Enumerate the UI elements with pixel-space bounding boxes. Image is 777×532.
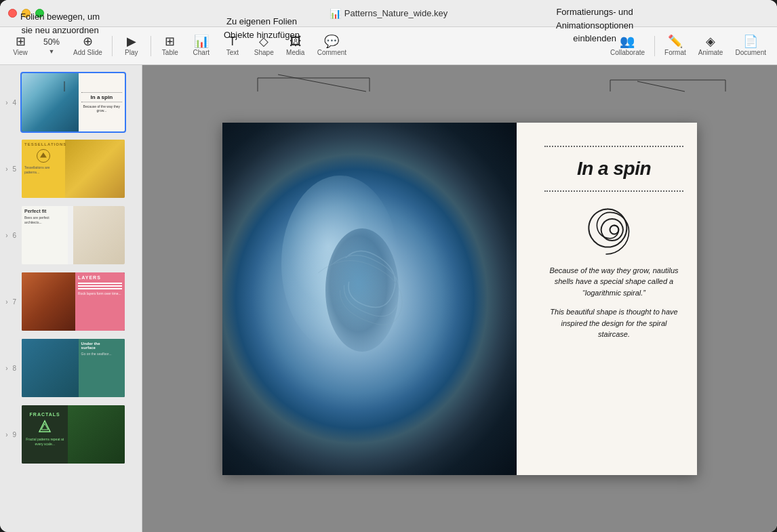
toolbar-separator-1 [112,36,113,56]
slide-item-9[interactable]: › 9 FRACTALS Fra [0,401,142,468]
media-icon: 🖼 [290,35,302,47]
comment-label: Comment [317,49,346,56]
minimize-button[interactable] [22,9,31,18]
shape-button[interactable]: ◇ Shape [249,33,279,59]
shape-label: Shape [254,49,274,56]
toolbar-separator-3 [654,36,655,56]
zoom-chevron-icon: ▼ [49,48,55,55]
collaborate-icon: 👥 [620,35,635,47]
chart-icon: 📊 [194,35,209,47]
format-label: Format [664,49,686,56]
comment-button[interactable]: 💬 Comment [312,33,352,59]
traffic-lights [8,9,44,18]
slide-item-5[interactable]: › 5 TESSELLATIONS Tessellations are patt… [0,136,142,202]
svg-marker-11 [39,421,50,432]
slide-thumb-4[interactable]: In a spin Because of the way they grow..… [20,72,126,133]
slide-body-text-2: This beautiful shape is thought to have … [544,306,683,340]
collapse-5[interactable]: › [1,163,12,174]
view-icon: ⊞ [16,35,26,47]
text-icon: T [228,35,236,47]
zoom-value: 50% [43,37,60,47]
slide-body-text-1: Because of the way they grow, nautilus s… [544,265,683,299]
play-button[interactable]: ▶ Play [117,33,146,59]
top-dotted-line [544,146,683,147]
slide-thumb-9[interactable]: FRACTALS Fractal patterns repeat at ever… [20,404,126,465]
toolbar: ⊞ View 50% ▼ ⊕ Add Slide ▶ Play ⊞ Table … [0,27,777,65]
add-slide-button[interactable]: ⊕ Add Slide [68,33,108,59]
media-button[interactable]: 🖼 Media [281,33,311,59]
comment-icon: 💬 [324,35,339,47]
slide-thumb-7[interactable]: LAYERS Rock layers form over time... [20,271,126,332]
collapse-8[interactable]: › [1,363,12,373]
slide-item-7[interactable]: › 7 LAYERS Rock layers form over time [0,268,142,335]
media-label: Media [286,49,304,56]
slide-thumb-6[interactable]: Perfect fit Bees are perfect architects.… [20,205,126,266]
play-label: Play [125,49,138,56]
slide-item-6[interactable]: › 6 Perfect fit Bees are perfect archite… [0,202,142,268]
spiral-graphic [587,203,641,257]
main-content: › 4 In a spin Because of the way they gr… [0,65,777,532]
fullscreen-button[interactable] [35,9,44,18]
document-icon: 📄 [743,35,758,47]
slide-canvas: In a spin Because of the way they grow, … [222,123,697,475]
view-label: View [13,49,28,56]
chart-label: Chart [193,49,210,56]
canvas-area: In a spin Because of the way they grow, … [142,65,777,532]
chart-button[interactable]: 📊 Chart [186,33,216,59]
zoom-control[interactable]: 50% ▼ [37,36,66,56]
play-icon: ▶ [127,35,136,47]
close-button[interactable] [8,9,17,18]
collaborate-button[interactable]: 👥 Collaborate [605,33,650,59]
animate-button[interactable]: ◈ Animate [693,33,729,59]
collaborate-label: Collaborate [610,49,645,56]
slide-text-panel: In a spin Because of the way they grow, … [531,123,697,475]
titlebar: 📊 Patterns_Nature_wide.key [0,0,777,27]
slide-title: In a spin [577,158,651,180]
text-button[interactable]: T Text [218,33,247,59]
slide-item-8[interactable]: › 8 Under thesurface Go on the seafloor.… [0,335,142,401]
collapse-6[interactable]: › [1,230,12,241]
collapse-7[interactable]: › [1,296,12,307]
format-icon: ✏️ [668,35,683,47]
app-window: Folien bewegen, um sie neu anzuordnen Zu… [0,0,777,532]
animate-icon: ◈ [706,35,715,47]
format-button[interactable]: ✏️ Format [659,33,692,59]
slide-image [222,123,517,475]
toolbar-separator-2 [151,36,151,56]
shape-icon: ◇ [259,35,268,47]
table-icon: ⊞ [165,35,175,47]
slide-thumb-8[interactable]: Under thesurface Go on the seafloor... [20,337,126,398]
table-label: Table [162,49,178,56]
document-label: Document [735,49,766,56]
view-button[interactable]: ⊞ View [5,33,35,59]
text-label: Text [226,49,239,56]
slide-panel[interactable]: › 4 In a spin Because of the way they gr… [0,65,142,532]
collapse-9[interactable]: › [1,429,12,440]
add-slide-label: Add Slide [73,49,102,56]
slide-item-4[interactable]: › 4 In a spin Because of the way they gr… [0,69,142,136]
window-title: 📊 Patterns_Nature_wide.key [330,8,447,19]
document-button[interactable]: 📄 Document [730,33,772,59]
bottom-dotted-line [544,190,683,192]
animate-label: Animate [698,49,723,56]
table-button[interactable]: ⊞ Table [155,33,185,59]
slide-thumb-5[interactable]: TESSELLATIONS Tessellations are patterns… [20,138,126,199]
collapse-4[interactable]: › [1,97,12,108]
add-slide-icon: ⊕ [83,35,93,47]
